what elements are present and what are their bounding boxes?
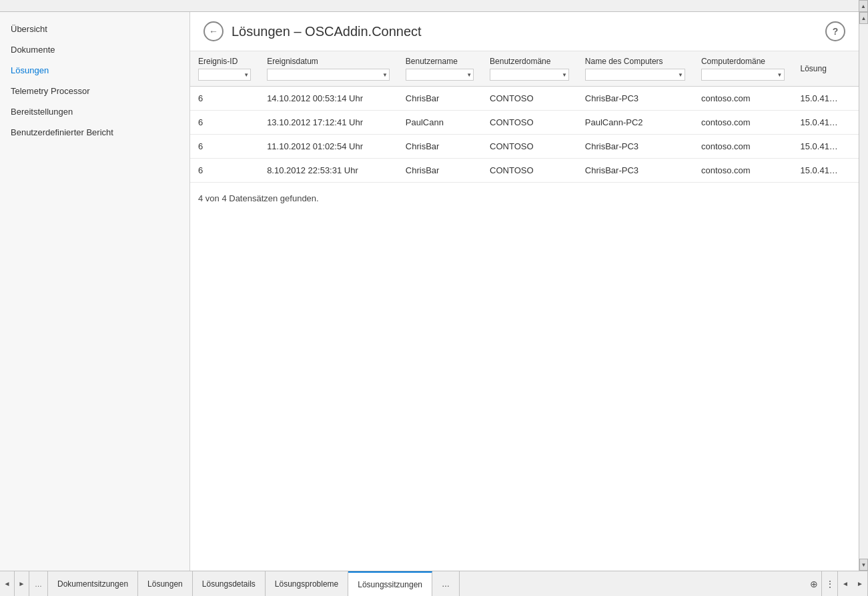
right-scrollbar: ▲ ▼ bbox=[859, 12, 868, 571]
cell-computername: PaulCann-PC2 bbox=[577, 111, 693, 135]
table-row[interactable]: 611.10.2012 01:02:54 UhrChrisBarCONTOSOC… bbox=[190, 135, 859, 159]
page-title: Lösungen – OSCAddin.Connect bbox=[232, 24, 422, 39]
tab-dokumentsitzungen[interactable]: Dokumentsitzungen bbox=[48, 571, 138, 596]
cell-ereignis_id: 6 bbox=[190, 111, 259, 135]
cell-benutzerdomain: CONTOSO bbox=[482, 87, 577, 111]
cell-ereignisdatum: 13.10.2012 17:12:41 Uhr bbox=[259, 111, 398, 135]
scrollbar-track bbox=[859, 24, 868, 559]
table-area: Ereignis-ID ▼ Ereignisdatum bbox=[190, 51, 859, 571]
cell-computerdomain: contoso.com bbox=[693, 135, 793, 159]
cell-ereignis_id: 6 bbox=[190, 159, 259, 183]
dropdown-arrow-4: ▼ bbox=[562, 72, 567, 78]
bottom-tab-bar: ◄ ► … DokumentsitzungenLösungenLösungsde… bbox=[0, 571, 868, 596]
tab-nav-prev-btn[interactable]: ◄ bbox=[0, 571, 15, 596]
filter-dropdown-benutzerdomain[interactable]: ▼ bbox=[490, 69, 569, 81]
cell-losung: 15.0.41… bbox=[793, 111, 859, 135]
dropdown-arrow: ▼ bbox=[244, 72, 249, 78]
filter-dropdown-computername[interactable]: ▼ bbox=[585, 69, 685, 81]
dropdown-arrow-5: ▼ bbox=[678, 72, 683, 78]
cell-losung: 15.0.41… bbox=[793, 159, 859, 183]
record-count: 4 von 4 Datensätzen gefunden. bbox=[190, 183, 859, 214]
scroll-down-btn[interactable]: ▼ bbox=[859, 559, 868, 571]
col-header-benutzername: Benutzername ▼ bbox=[398, 51, 482, 87]
col-header-ereignisdatum: Ereignisdatum ▼ bbox=[259, 51, 398, 87]
cell-benutzername: ChrisBar bbox=[398, 87, 482, 111]
cell-ereignisdatum: 14.10.2012 00:53:14 Uhr bbox=[259, 87, 398, 111]
cell-benutzerdomain: CONTOSO bbox=[482, 111, 577, 135]
sidebar-item-ubersicht[interactable]: Übersicht bbox=[0, 19, 189, 39]
dropdown-arrow-3: ▼ bbox=[466, 72, 472, 78]
filter-dropdown-benutzername[interactable]: ▼ bbox=[406, 69, 474, 81]
table-row[interactable]: 613.10.2012 17:12:41 UhrPaulCannCONTOSOP… bbox=[190, 111, 859, 135]
cell-computername: ChrisBar-PC3 bbox=[577, 159, 693, 183]
tab-losungsdetails[interactable]: Lösungsdetails bbox=[193, 571, 266, 596]
content-area: ← Lösungen – OSCAddin.Connect ? Ereignis… bbox=[190, 12, 859, 571]
cell-benutzername: PaulCann bbox=[398, 111, 482, 135]
sidebar-item-benutzerdefinierter[interactable]: Benutzerdefinierter Bericht bbox=[0, 122, 189, 143]
tab-losungen_tab[interactable]: Lösungen bbox=[138, 571, 193, 596]
col-header-computerdomain: Computerdomäne ▼ bbox=[693, 51, 793, 87]
col-header-ereignis-id: Ereignis-ID ▼ bbox=[190, 51, 259, 87]
cell-computerdomain: contoso.com bbox=[693, 87, 793, 111]
sidebar-item-dokumente[interactable]: Dokumente bbox=[0, 39, 189, 60]
filter-dropdown-ereignisdatum[interactable]: ▼ bbox=[267, 69, 390, 81]
cell-benutzername: ChrisBar bbox=[398, 135, 482, 159]
cell-benutzerdomain: CONTOSO bbox=[482, 159, 577, 183]
cell-computerdomain: contoso.com bbox=[693, 111, 793, 135]
tab-options-button[interactable]: ⋮ bbox=[822, 571, 838, 596]
tab-dots-btn[interactable]: … bbox=[29, 571, 48, 596]
help-icon: ? bbox=[833, 26, 839, 37]
data-table: Ereignis-ID ▼ Ereignisdatum bbox=[190, 51, 859, 183]
cell-computername: ChrisBar-PC3 bbox=[577, 87, 693, 111]
cell-ereignis_id: 6 bbox=[190, 135, 259, 159]
tab-losungssitzungen[interactable]: Lösungssitzungen bbox=[348, 571, 432, 596]
cell-losung: 15.0.41… bbox=[793, 87, 859, 111]
sidebar-item-losungen[interactable]: Lösungen bbox=[0, 60, 189, 81]
cell-computername: ChrisBar-PC3 bbox=[577, 135, 693, 159]
content-header: ← Lösungen – OSCAddin.Connect ? bbox=[190, 12, 859, 51]
tab-add-button[interactable]: ⊕ bbox=[806, 571, 822, 596]
sidebar: ÜbersichtDokumenteLösungenTelemetry Proc… bbox=[0, 12, 190, 571]
help-button[interactable]: ? bbox=[825, 21, 845, 41]
cell-ereignis_id: 6 bbox=[190, 87, 259, 111]
cell-ereignisdatum: 11.10.2012 01:02:54 Uhr bbox=[259, 135, 398, 159]
scroll-top-btn[interactable]: ▲ bbox=[859, 0, 868, 12]
cell-losung: 15.0.41… bbox=[793, 135, 859, 159]
table-row[interactable]: 68.10.2012 22:53:31 UhrChrisBarCONTOSOCh… bbox=[190, 159, 859, 183]
tab-more[interactable]: … bbox=[432, 571, 460, 596]
back-icon: ← bbox=[209, 26, 218, 37]
filter-dropdown-ereignis-id[interactable]: ▼ bbox=[198, 69, 251, 81]
tab-losungsprobleme[interactable]: Lösungsprobleme bbox=[266, 571, 348, 596]
table-row[interactable]: 614.10.2012 00:53:14 UhrChrisBarCONTOSOC… bbox=[190, 87, 859, 111]
filter-dropdown-computerdomain[interactable]: ▼ bbox=[701, 69, 785, 81]
tab-nav-next-btn[interactable]: ► bbox=[15, 571, 29, 596]
tab-scroll-right-btn[interactable]: ► bbox=[853, 571, 867, 596]
cell-benutzername: ChrisBar bbox=[398, 159, 482, 183]
col-header-losung: Lösung bbox=[793, 51, 859, 87]
col-header-computername: Name des Computers ▼ bbox=[577, 51, 693, 87]
cell-benutzerdomain: CONTOSO bbox=[482, 135, 577, 159]
sidebar-item-telemetry[interactable]: Telemetry Processor bbox=[0, 81, 189, 101]
tab-scroll-btns: ◄ ► bbox=[838, 571, 868, 596]
col-header-benutzerdomain: Benutzerdomäne ▼ bbox=[482, 51, 577, 87]
cell-computerdomain: contoso.com bbox=[693, 159, 793, 183]
dropdown-arrow-2: ▼ bbox=[382, 72, 388, 78]
tab-scroll-left-btn[interactable]: ◄ bbox=[838, 571, 853, 596]
back-button[interactable]: ← bbox=[203, 21, 224, 41]
cell-ereignisdatum: 8.10.2012 22:53:31 Uhr bbox=[259, 159, 398, 183]
scroll-up-btn[interactable]: ▲ bbox=[859, 12, 868, 24]
table-header-row: Ereignis-ID ▼ Ereignisdatum bbox=[190, 51, 859, 87]
sidebar-item-bereitstellungen[interactable]: Bereitstellungen bbox=[0, 101, 189, 122]
dropdown-arrow-6: ▼ bbox=[777, 72, 783, 78]
